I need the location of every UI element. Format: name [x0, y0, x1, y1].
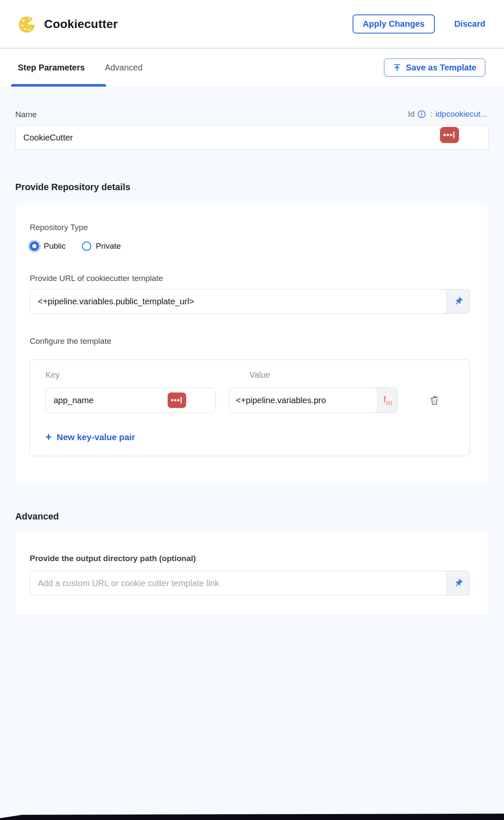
template-url-input[interactable]	[30, 289, 447, 313]
upload-icon	[393, 63, 401, 72]
tab-advanced-label: Advanced	[105, 63, 143, 73]
save-as-template-label: Save as Template	[406, 63, 476, 73]
step-parameters-panel: Name Id : idpcookiecut... Provide Reposi…	[0, 87, 504, 614]
radio-public-label: Public	[44, 242, 66, 251]
repository-details-heading: Provide Repository details	[15, 181, 489, 193]
discard-button[interactable]: Discard	[454, 19, 485, 29]
repository-details-card: Repository Type Public Private Provide U…	[15, 203, 489, 483]
pushpin-icon	[454, 578, 463, 588]
add-key-value-pair-label: New key-value pair	[57, 432, 135, 442]
value-column-header: Value	[229, 370, 398, 380]
radio-private-label: Private	[96, 242, 121, 251]
tab-step-parameters-label: Step Parameters	[18, 63, 85, 73]
configure-template-label: Configure the template	[30, 337, 470, 346]
plus-icon: +	[45, 432, 52, 442]
tab-step-parameters[interactable]: Step Parameters	[18, 48, 85, 87]
apply-changes-button[interactable]: Apply Changes	[353, 14, 435, 34]
add-key-value-pair-button[interactable]: + New key-value pair	[45, 432, 457, 442]
step-header: Cookiecutter Apply Changes Discard	[0, 0, 504, 48]
value-input[interactable]	[229, 388, 378, 413]
radio-unselected-icon[interactable]	[82, 242, 91, 251]
pushpin-icon	[454, 297, 463, 306]
tab-advanced[interactable]: Advanced	[105, 48, 143, 87]
radio-private[interactable]: Private	[82, 242, 121, 251]
fixed-value-type-icon[interactable]	[440, 127, 459, 143]
output-directory-input-group	[30, 571, 470, 595]
fixed-value-type-icon[interactable]	[168, 393, 186, 408]
bottom-edge-bar	[0, 814, 504, 820]
name-input[interactable]	[15, 125, 489, 150]
repository-type-label: Repository Type	[30, 223, 470, 232]
template-url-label: Provide URL of cookiecutter template	[30, 274, 470, 283]
radio-selected-icon[interactable]	[30, 242, 39, 251]
info-icon[interactable]	[417, 110, 426, 118]
save-as-template-button[interactable]: Save as Template	[384, 59, 485, 77]
page-title: Cookiecutter	[44, 17, 118, 31]
output-directory-label: Provide the output directory path (optio…	[30, 554, 470, 563]
id-value-link[interactable]: idpcookiecut...	[436, 110, 487, 119]
radio-public[interactable]: Public	[30, 242, 66, 251]
fx-icon: f(x)	[384, 395, 392, 405]
tab-bar: Step Parameters Advanced Save as Templat…	[0, 48, 504, 87]
expression-type-button[interactable]: f(x)	[378, 388, 398, 413]
delete-row-button[interactable]	[428, 394, 440, 406]
template-url-input-group	[30, 289, 470, 314]
key-value-row: f(x)	[45, 388, 457, 413]
cookiecutter-logo-icon	[19, 14, 36, 34]
repository-type-radio-group: Public Private	[30, 242, 470, 251]
key-column-header: Key	[45, 370, 216, 380]
key-value-card: Key Value f(x)	[30, 359, 470, 456]
advanced-card: Provide the output directory path (optio…	[15, 533, 489, 614]
output-directory-input[interactable]	[30, 571, 447, 595]
id-separator: :	[430, 110, 432, 119]
pin-button[interactable]	[447, 289, 470, 313]
id-row: Id : idpcookiecut...	[408, 110, 487, 119]
advanced-heading: Advanced	[15, 511, 489, 522]
id-label: Id	[408, 110, 414, 119]
key-input[interactable]	[45, 388, 216, 413]
value-input-group: f(x)	[229, 388, 398, 413]
trash-icon	[428, 394, 440, 406]
pin-button[interactable]	[447, 571, 470, 595]
